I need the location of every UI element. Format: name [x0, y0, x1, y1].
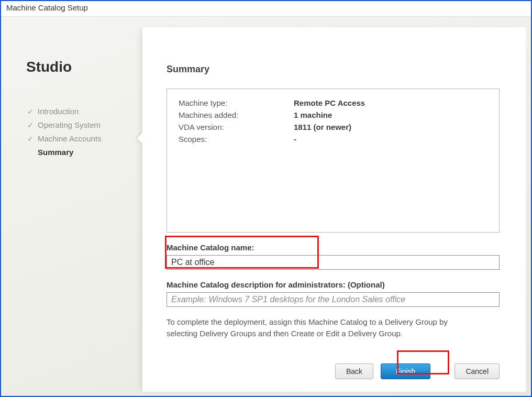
- step-pointer-icon: [137, 132, 143, 145]
- summary-row: Scopes: -: [179, 135, 487, 144]
- nav-label: Introduction: [38, 107, 79, 116]
- catalog-description-input[interactable]: [167, 292, 500, 307]
- back-button[interactable]: Back: [335, 363, 373, 379]
- check-icon: ✓: [26, 122, 35, 129]
- wizard-main-panel: Summary Machine type: Remote PC Access M…: [142, 27, 526, 392]
- help-text: To complete the deployment, assign this …: [167, 316, 481, 339]
- summary-label: VDA version:: [179, 123, 294, 131]
- summary-row: Machine type: Remote PC Access: [179, 98, 487, 107]
- summary-label: Scopes:: [179, 135, 294, 144]
- cancel-button[interactable]: Cancel: [455, 363, 500, 379]
- catalog-name-label: Machine Catalog name:: [167, 243, 500, 252]
- wizard-content: Studio ✓ Introduction ✓ Operating System…: [1, 17, 531, 396]
- nav-label: Operating System: [38, 120, 101, 129]
- catalog-description-label: Machine Catalog description for administ…: [167, 280, 500, 289]
- summary-label: Machines added:: [179, 111, 294, 119]
- nav-step-introduction[interactable]: ✓ Introduction: [26, 107, 132, 116]
- window-title: Machine Catalog Setup: [1, 1, 531, 17]
- summary-value: -: [294, 135, 296, 144]
- summary-value: Remote PC Access: [294, 98, 365, 107]
- brand-title: Studio: [26, 59, 132, 75]
- nav-step-machine-accounts[interactable]: ✓ Machine Accounts: [26, 134, 132, 143]
- page-heading: Summary: [167, 64, 500, 75]
- check-icon: ✓: [26, 108, 35, 115]
- summary-row: Machines added: 1 machine: [179, 111, 487, 119]
- nav-label: Machine Accounts: [38, 134, 102, 143]
- summary-box: Machine type: Remote PC Access Machines …: [167, 89, 500, 233]
- check-icon: ✓: [26, 135, 35, 142]
- wizard-sidebar: Studio ✓ Introduction ✓ Operating System…: [1, 17, 142, 396]
- wizard-button-row: Back Finish Cancel: [335, 363, 500, 379]
- nav-step-summary[interactable]: ✓ Summary: [26, 148, 132, 157]
- summary-value: 1811 (or newer): [294, 123, 351, 131]
- summary-row: VDA version: 1811 (or newer): [179, 123, 487, 131]
- finish-button[interactable]: Finish: [381, 363, 430, 379]
- catalog-name-input[interactable]: [167, 255, 500, 270]
- summary-value: 1 machine: [294, 111, 332, 119]
- nav-step-operating-system[interactable]: ✓ Operating System: [26, 120, 132, 129]
- nav-label: Summary: [38, 148, 73, 157]
- summary-label: Machine type:: [179, 98, 294, 107]
